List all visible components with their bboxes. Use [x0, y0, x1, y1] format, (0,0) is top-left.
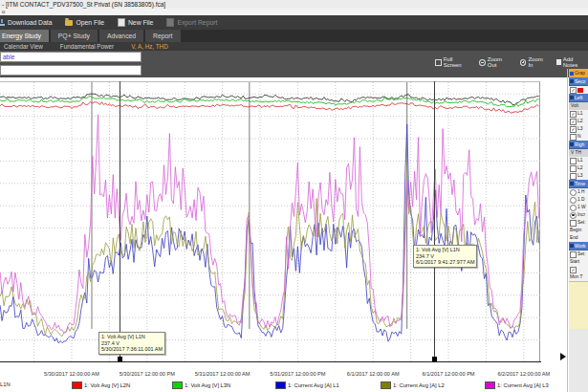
main-tabs: Energy StudyPQ+ StudyAdvancedReport: [0, 30, 588, 42]
x-tick-label: 6/1/2017 12:00:00 AM: [330, 371, 416, 377]
checkbox[interactable]: [570, 134, 577, 141]
legend-label: 1: Current Avg [A] L2: [393, 382, 445, 388]
new-file-label: New File: [128, 19, 153, 26]
series-1-current-avg-a-l3: [0, 115, 539, 333]
full-screen-label: Full Screen: [444, 56, 470, 68]
sidebar-header-left[interactable]: Left: [569, 94, 588, 102]
sidebar-check-l2[interactable]: ✓L2: [569, 118, 588, 125]
sidebar-radio-1-h[interactable]: 1 H: [569, 188, 588, 196]
sidebar-header-time[interactable]: Time: [569, 180, 588, 188]
sidebar-header-righ[interactable]: Righ: [569, 141, 588, 149]
x-tick-label: 5/31/2017 12:00:00 AM: [180, 371, 266, 377]
legend-swatch: [275, 381, 286, 389]
legend-item-1: L1N: [0, 381, 11, 387]
folder-icon: [65, 20, 73, 26]
sidebar-radio-incr[interactable]: Incr: [569, 211, 588, 219]
legend-label: 1: Volt Avg [V] L2N: [84, 382, 130, 388]
tab-report[interactable]: Report: [145, 30, 180, 42]
x-axis-line: [0, 361, 541, 362]
panel-icon: [570, 244, 574, 248]
legend-swatch: [381, 381, 391, 389]
checkbox[interactable]: ✓: [570, 111, 577, 118]
window-title: - [ITM CONTACT_PDV37500_St Privat (SN 38…: [0, 0, 588, 9]
legend-swatch: [485, 381, 495, 389]
chart-svg: [0, 82, 540, 362]
checkbox[interactable]: [570, 158, 577, 164]
sub-tabs: Calendar ViewFundamental PowerV, A, Hz, …: [0, 42, 588, 51]
radio[interactable]: [570, 197, 577, 204]
legend-item-3: 1: Volt Avg [V] L3N: [172, 381, 230, 389]
checkbox[interactable]: ✓: [570, 87, 577, 94]
sidebar-active-grap[interactable]: Grap: [569, 69, 588, 77]
legend-item-4: 1: Current Avg [A] L1: [275, 381, 339, 389]
panel-icon: [570, 142, 574, 146]
new-file-button[interactable]: New File: [118, 17, 153, 28]
tab-pq-study[interactable]: PQ+ Study: [51, 30, 98, 42]
sidebar-check-n[interactable]: N: [569, 133, 588, 141]
sidebar-sub-v-th[interactable]: V TH: [569, 149, 588, 157]
add-notes-button[interactable]: Add Notes: [556, 56, 588, 68]
radio[interactable]: [570, 205, 577, 211]
zoom-in-button[interactable]: Zoom In: [520, 56, 548, 68]
legend-label: 1: Volt Avg [V] L3N: [185, 382, 230, 388]
sidebar-radio-1-w[interactable]: 1 W: [569, 204, 588, 211]
x-tick-label: 5/30/2017 12:00:00 AM: [29, 371, 115, 377]
checkbox[interactable]: [570, 220, 577, 227]
fullscreen-icon: [435, 59, 442, 66]
report-icon: [166, 18, 174, 27]
sidebar-header-work[interactable]: Work: [569, 242, 588, 250]
open-file-button[interactable]: Open File: [65, 17, 103, 28]
full-screen-button[interactable]: Full Screen: [435, 56, 470, 68]
sidebar-radio-1-d[interactable]: 1 D: [569, 196, 588, 204]
sidebar-check-25[interactable]: ✓: [569, 266, 588, 273]
channel-combo[interactable]: able: [0, 52, 142, 62]
sidebar-header-seco[interactable]: Seco: [569, 77, 588, 86]
page-icon: [118, 18, 125, 27]
sidebar-label-start: Start: [569, 258, 588, 266]
download-data-button[interactable]: Download Data: [0, 17, 52, 28]
checkbox[interactable]: [570, 173, 577, 180]
panel-icon: [570, 79, 574, 83]
subtab-v-a-hz-thd[interactable]: V, A, Hz, THD: [131, 43, 168, 50]
sidebar-sub-volt[interactable]: Volt: [569, 102, 588, 110]
subtab-calendar-view[interactable]: Calendar View: [4, 43, 43, 50]
zoom-out-label: Zoom Out: [488, 56, 512, 68]
add-notes-label: Add Notes: [563, 56, 588, 68]
zoom-in-icon: [520, 59, 527, 66]
sidebar-check-set-[interactable]: Set:: [569, 219, 588, 227]
legend-label: 1: Current Avg [A] L1: [288, 382, 339, 388]
legend-label: 1: Current Avg [A] L3: [497, 382, 549, 388]
scroll-right-arrow-icon[interactable]: [560, 353, 566, 360]
sidebar-check-l3[interactable]: L3: [569, 172, 588, 180]
subtab-fundamental-power[interactable]: Fundamental Power: [60, 43, 114, 50]
timeseries-chart[interactable]: [0, 81, 540, 362]
radio[interactable]: [570, 212, 577, 219]
checkbox[interactable]: [570, 165, 577, 172]
checkbox[interactable]: ✓: [570, 119, 577, 125]
download-icon: [0, 19, 5, 26]
legend-item-5: 1: Current Avg [A] L2: [381, 381, 445, 389]
x-tick-label: 6/1/2017 12:00:00 PM: [405, 371, 491, 377]
zoom-out-button[interactable]: Zoom Out: [479, 56, 512, 68]
sidebar-check-set-[interactable]: Set:: [569, 250, 588, 258]
settings-sidebar: GrapSeco✓LeftVolt✓L1✓L2✓L3NRighV THL1L2L…: [569, 69, 588, 392]
sidebar-checkred-2[interactable]: ✓: [569, 86, 588, 94]
open-file-label: Open File: [76, 19, 103, 26]
sidebar-check-l2[interactable]: L2: [569, 164, 588, 172]
export-report-button[interactable]: Export Report: [166, 17, 217, 28]
checkbox[interactable]: ✓: [570, 267, 577, 273]
tab-energy-study[interactable]: Energy Study: [0, 30, 49, 42]
sidebar-check-l1[interactable]: ✓L1: [569, 110, 588, 118]
sidebar-label-end: End: [569, 234, 588, 242]
secondary-combo[interactable]: [0, 65, 142, 76]
legend-label: L1N: [0, 381, 11, 387]
sidebar-check-l1[interactable]: L1: [569, 157, 588, 164]
x-tick-label: 5/31/2017 12:00:00 PM: [254, 371, 340, 377]
legend-item-2: 1: Volt Avg [V] L2N: [72, 381, 130, 389]
checkbox[interactable]: [570, 251, 577, 258]
tab-advanced[interactable]: Advanced: [99, 30, 143, 42]
sidebar-check-l3[interactable]: ✓L3: [569, 125, 588, 133]
radio[interactable]: [570, 189, 577, 196]
checkbox[interactable]: ✓: [570, 126, 577, 133]
menubar-fragment[interactable]: o: [0, 9, 588, 15]
